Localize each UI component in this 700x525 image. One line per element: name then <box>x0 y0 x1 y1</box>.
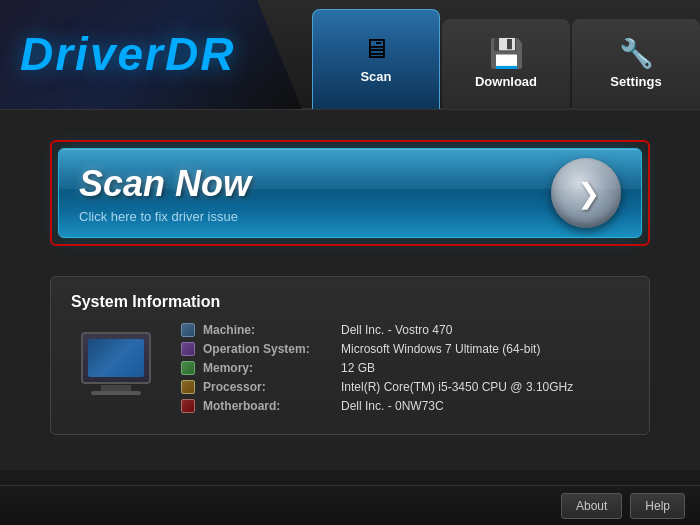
cpu-icon <box>181 380 195 394</box>
motherboard-value: Dell Inc. - 0NW73C <box>341 399 444 413</box>
tab-download[interactable]: 💾 Download <box>442 19 570 109</box>
scan-arrow-button[interactable]: ❯ <box>551 158 621 228</box>
info-table: Machine: Dell Inc. - Vostro 470 Operatio… <box>181 323 629 418</box>
system-info-panel: System Information Machine: Dell Inc. - … <box>50 276 650 435</box>
scan-subtitle: Click here to fix driver issue <box>79 209 251 224</box>
nav-tabs: 🖥 Scan 💾 Download 🔧 Settings <box>312 0 700 109</box>
scan-text-area: Scan Now Click here to fix driver issue <box>79 163 251 224</box>
scan-button-wrapper: Scan Now Click here to fix driver issue … <box>50 140 650 246</box>
processor-value: Intel(R) Core(TM) i5-3450 CPU @ 3.10GHz <box>341 380 573 394</box>
machine-label: Machine: <box>203 323 333 337</box>
monitor-stand <box>101 385 131 391</box>
os-label: Operation System: <box>203 342 333 356</box>
about-label: About <box>576 499 607 513</box>
main-content: Scan Now Click here to fix driver issue … <box>0 110 700 470</box>
system-info-title: System Information <box>71 293 629 311</box>
header: DriverDR 🖥 Scan 💾 Download 🔧 Settings <box>0 0 700 110</box>
motherboard-label: Motherboard: <box>203 399 333 413</box>
info-row-machine: Machine: Dell Inc. - Vostro 470 <box>181 323 629 337</box>
about-button[interactable]: About <box>561 493 622 519</box>
memory-value: 12 GB <box>341 361 375 375</box>
tab-settings-label: Settings <box>610 74 661 89</box>
computer-icon <box>71 323 161 403</box>
tab-settings[interactable]: 🔧 Settings <box>572 19 700 109</box>
tab-scan[interactable]: 🖥 Scan <box>312 9 440 109</box>
machine-icon <box>181 323 195 337</box>
monitor-base <box>91 391 141 395</box>
help-label: Help <box>645 499 670 513</box>
tab-download-label: Download <box>475 74 537 89</box>
motherboard-icon <box>181 399 195 413</box>
arrow-icon: ❯ <box>577 177 600 210</box>
os-icon <box>181 342 195 356</box>
info-row-memory: Memory: 12 GB <box>181 361 629 375</box>
footer: About Help <box>0 485 700 525</box>
logo-area: DriverDR <box>0 0 302 109</box>
info-row-motherboard: Motherboard: Dell Inc. - 0NW73C <box>181 399 629 413</box>
download-icon: 💾 <box>489 40 524 68</box>
scan-now-button[interactable]: Scan Now Click here to fix driver issue … <box>58 148 642 238</box>
machine-value: Dell Inc. - Vostro 470 <box>341 323 452 337</box>
tab-scan-label: Scan <box>360 69 391 84</box>
system-info-content: Machine: Dell Inc. - Vostro 470 Operatio… <box>71 323 629 418</box>
memory-icon <box>181 361 195 375</box>
processor-label: Processor: <box>203 380 333 394</box>
settings-icon: 🔧 <box>619 40 654 68</box>
app-logo: DriverDR <box>20 27 235 81</box>
help-button[interactable]: Help <box>630 493 685 519</box>
os-value: Microsoft Windows 7 Ultimate (64-bit) <box>341 342 540 356</box>
monitor-screen <box>88 339 144 377</box>
scan-now-text: Scan Now <box>79 163 251 205</box>
info-row-processor: Processor: Intel(R) Core(TM) i5-3450 CPU… <box>181 380 629 394</box>
memory-label: Memory: <box>203 361 333 375</box>
scan-icon: 🖥 <box>362 35 390 63</box>
monitor-graphic <box>81 332 151 384</box>
info-row-os: Operation System: Microsoft Windows 7 Ul… <box>181 342 629 356</box>
